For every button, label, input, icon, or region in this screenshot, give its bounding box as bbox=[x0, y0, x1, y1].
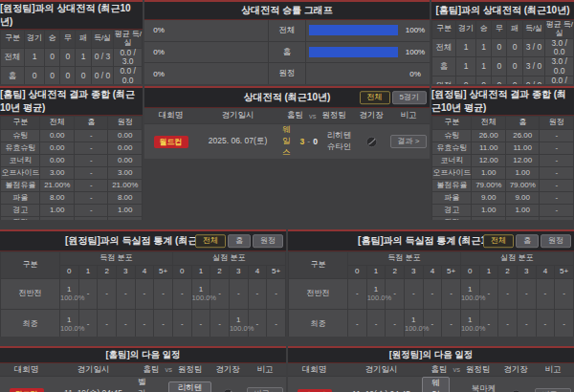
cell: - bbox=[116, 310, 135, 338]
panel-title: [원정팀]의 다음 일정 bbox=[288, 348, 574, 363]
cell: 1 bbox=[456, 57, 476, 76]
filter-away-button[interactable]: 원정 bbox=[253, 234, 283, 248]
col-header: 경기일시 bbox=[341, 364, 422, 376]
col-header: 경기 bbox=[25, 31, 45, 49]
filter-away-button[interactable]: 원정 bbox=[541, 234, 571, 248]
cell: 3.0 / 0.0 bbox=[545, 57, 574, 76]
winrate-graph: 0% 전체 100% 0% 홈 100% bbox=[144, 20, 430, 84]
row-label: 최종 bbox=[1, 310, 60, 338]
cell: 21.00% bbox=[108, 180, 143, 192]
panel-winrate-graph: 상대전적 승률 그래프 0% 전체 100% 0% 홈 bbox=[144, 0, 430, 84]
table-header-row: 구분 전체 홈 원정 bbox=[1, 117, 143, 130]
table-row: 슈팅 26.00 26.00 - bbox=[432, 130, 574, 142]
right-bar-track bbox=[306, 42, 401, 63]
bin-header: 1 bbox=[479, 266, 498, 279]
table-header-row: 구분 경기 승 무 패 득/실 평균 득/실 bbox=[1, 31, 143, 49]
col-header: 구분 bbox=[1, 117, 40, 130]
cell: 79.00% bbox=[472, 180, 506, 192]
col-header: 홈 bbox=[505, 117, 540, 130]
result-button[interactable]: 결과 > bbox=[390, 135, 428, 148]
bin-header: 2 bbox=[98, 266, 117, 279]
graph-row-label: 원정 bbox=[268, 63, 306, 84]
row-label: 원정 bbox=[432, 76, 456, 84]
row-label: 오프사이드 bbox=[432, 167, 472, 180]
row-label: 전반전 bbox=[289, 279, 348, 310]
table-row: 전반전 - 1100.0% - - - - 1100.0% - - - - bbox=[289, 279, 574, 310]
cell: - bbox=[540, 142, 574, 155]
col-header: 득/실 bbox=[522, 21, 545, 39]
col-header: 경기장 bbox=[211, 364, 244, 376]
cell: 1.00 bbox=[40, 205, 75, 217]
left-percent-label: 0% bbox=[144, 63, 173, 84]
col-header: 구분 bbox=[289, 252, 348, 279]
panel-title: [홈팀]과의 득실점 통계 (최근10년) 전체 홈 원정 bbox=[288, 231, 574, 251]
scored-group-header: 득점 분포 bbox=[60, 252, 173, 266]
cell: 21.00% bbox=[40, 180, 75, 192]
col-header: 비고 bbox=[244, 364, 286, 376]
col-header: 득/실 bbox=[91, 31, 114, 49]
table-row: 퇴장 - - - bbox=[432, 217, 574, 221]
cell: 1.00 bbox=[472, 167, 506, 180]
filter-all-button[interactable]: 전체 bbox=[195, 234, 226, 248]
left-percent-label: 0% bbox=[144, 42, 173, 63]
compare-button[interactable]: 비교 > bbox=[535, 388, 572, 392]
cell: 1100.0% bbox=[60, 310, 79, 338]
cell: 1100.0% bbox=[366, 279, 386, 310]
col-header: 대회명 bbox=[0, 364, 53, 376]
panel-summary-away: [원정팀] 상대전적 결과 종합 (최근10년 평균) 구분 전체 홈 원정 슈… bbox=[431, 86, 574, 220]
col-header: 전체 bbox=[472, 117, 506, 130]
cell: - bbox=[74, 217, 108, 221]
match-teams: 웨일스 3 - 0 리히텐슈타인 bbox=[278, 124, 355, 159]
filter-5games-button[interactable]: 5경기 bbox=[392, 91, 427, 104]
h2h-vs-home-table: 구분 경기 승 무 패 득/실 평균 득/실 전체 1 1 0 bbox=[431, 20, 574, 84]
row-goal-stats: [원정팀]과의 득실점 통계 (최근10년) 전체 홈 원정 구분 득점 분포 … bbox=[0, 229, 574, 337]
filter-all-button[interactable]: 전체 bbox=[360, 91, 390, 104]
fixture-teams: 웨일스 vs 북마케도니아 bbox=[422, 377, 499, 392]
cell: 0 bbox=[507, 57, 522, 76]
bin-header: 3 bbox=[517, 266, 536, 279]
away-col-label: 원정팀 bbox=[322, 110, 347, 121]
col-header: 홈팀 vs 원정팀 bbox=[422, 364, 499, 376]
bin-header: 3 bbox=[229, 266, 248, 279]
summary-home-table: 구분 전체 홈 원정 슈팅 0.00 - 0.00 bbox=[0, 116, 143, 220]
cell: - bbox=[74, 142, 108, 155]
filter-home-button[interactable]: 홈 bbox=[516, 234, 539, 248]
col-header: 홈 bbox=[74, 117, 108, 130]
panel-title: [원정팀]과의 상대전적 (최근10년) bbox=[0, 2, 143, 30]
cell: - bbox=[540, 180, 574, 192]
row-label: 코너킥 bbox=[432, 155, 472, 167]
col-header: 승 bbox=[475, 21, 491, 39]
cell: 0 / 3 bbox=[91, 48, 114, 67]
cell: - bbox=[74, 167, 108, 180]
bin-header: 1 bbox=[191, 266, 210, 279]
compare-button[interactable]: 비교 > bbox=[247, 387, 284, 392]
table-header-row: 구분 경기 승 무 패 득/실 평균 득/실 bbox=[432, 21, 574, 39]
table-header-row: 구분 득점 분포 실점 분포 bbox=[289, 252, 574, 266]
home-col-label: 홈팀 bbox=[144, 364, 160, 376]
filter-all-button[interactable]: 전체 bbox=[483, 234, 514, 248]
row-label: 경고 bbox=[432, 205, 472, 217]
row-label: 슈팅 bbox=[1, 130, 40, 142]
filter-home-button[interactable]: 홈 bbox=[228, 234, 251, 248]
left-bar-track bbox=[173, 42, 268, 63]
bin-header: 0 bbox=[172, 266, 191, 279]
cell: 0 bbox=[507, 38, 522, 57]
col-header: 경기장 bbox=[355, 110, 387, 121]
cell: 0.0 / 0.0 bbox=[114, 67, 143, 84]
cell: 0 bbox=[60, 67, 76, 84]
league-badge: 월드컵 bbox=[10, 388, 44, 392]
cell: 1100.0% bbox=[60, 279, 79, 310]
cell: 0 bbox=[44, 67, 59, 84]
stadium-icon bbox=[222, 388, 234, 392]
col-header: 경기일시 bbox=[197, 110, 278, 121]
filter-buttons: 전체 홈 원정 bbox=[483, 234, 571, 248]
panel-h2h-vs-away: [원정팀]과의 상대전적 (최근10년) 구분 경기 승 무 패 득/실 평균 … bbox=[0, 0, 143, 84]
home-col-label: 홈팀 bbox=[287, 110, 303, 121]
cell: - bbox=[536, 279, 555, 310]
cell: - bbox=[517, 279, 536, 310]
cell: - bbox=[540, 192, 574, 205]
col-header: 대회명 bbox=[288, 364, 341, 376]
col-header: 평균 득/실 bbox=[114, 31, 143, 49]
left-percent-label: 0% bbox=[144, 20, 173, 41]
bin-header: 0 bbox=[460, 266, 479, 279]
